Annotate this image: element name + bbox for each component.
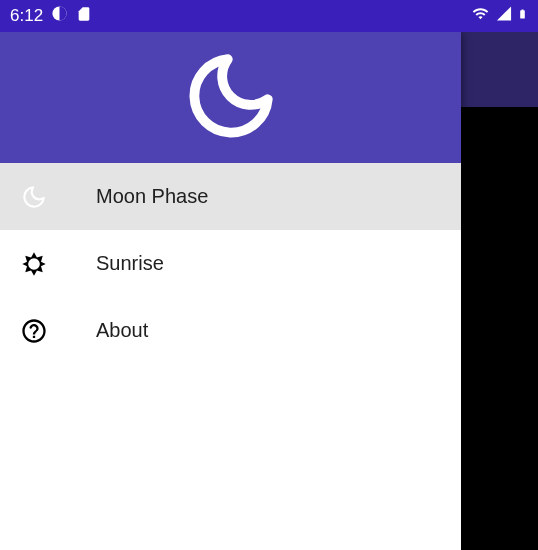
status-left: 6:12	[10, 5, 92, 28]
wifi-icon	[470, 5, 491, 27]
status-right	[470, 5, 528, 28]
nav-item-label: Sunrise	[96, 252, 164, 275]
nav-item-sunrise[interactable]: Sunrise	[0, 230, 461, 297]
navigation-drawer: Moon Phase Sunrise About	[0, 32, 461, 550]
sun-icon	[20, 250, 48, 278]
drawer-header	[0, 32, 461, 163]
battery-icon	[517, 5, 528, 28]
moon-icon	[20, 183, 48, 211]
cell-signal-icon	[495, 5, 513, 27]
nav-item-about[interactable]: About	[0, 297, 461, 364]
nav-item-label: Moon Phase	[96, 185, 208, 208]
status-bar: 6:12	[0, 0, 538, 32]
help-icon	[20, 317, 48, 345]
nav-item-moon-phase[interactable]: Moon Phase	[0, 163, 461, 230]
contrast-icon	[51, 5, 68, 27]
sd-card-icon	[76, 5, 92, 28]
moon-icon	[182, 47, 280, 149]
status-time: 6:12	[10, 6, 43, 26]
nav-item-label: About	[96, 319, 148, 342]
